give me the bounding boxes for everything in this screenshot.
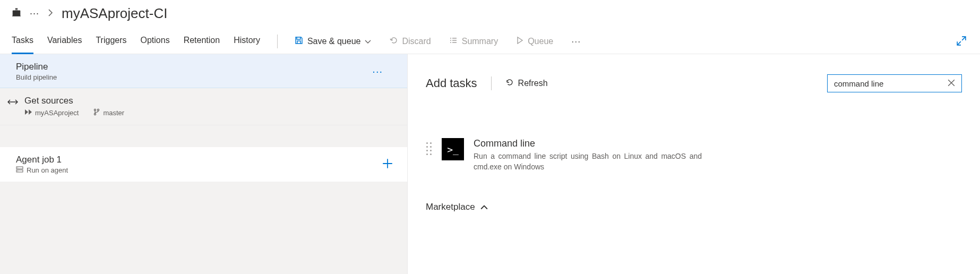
summary-label: Summary	[462, 37, 498, 46]
tab-history[interactable]: History	[234, 36, 260, 54]
sources-icon	[7, 98, 18, 108]
tab-triggers[interactable]: Triggers	[96, 36, 126, 54]
undo-icon	[389, 36, 398, 47]
play-icon	[516, 37, 523, 46]
agent-job-subtitle: Run on agent	[27, 166, 68, 174]
save-queue-label: Save & queue	[307, 37, 361, 46]
svg-point-8	[430, 146, 432, 148]
svg-point-9	[426, 150, 428, 151]
discard-label: Discard	[402, 37, 431, 46]
svg-point-10	[430, 150, 432, 151]
summary-button[interactable]: Summary	[449, 36, 498, 52]
svg-rect-3	[16, 167, 23, 169]
tab-tasks[interactable]: Tasks	[12, 36, 33, 54]
svg-point-1	[98, 109, 99, 110]
branch-name: master	[103, 109, 124, 117]
svg-point-7	[426, 146, 428, 148]
branch-icon	[93, 108, 100, 117]
task-name: Command line	[474, 138, 702, 149]
add-tasks-title: Add tasks	[426, 76, 477, 90]
divider	[277, 35, 278, 48]
get-sources-title: Get sources	[24, 96, 124, 106]
page-title: myASAproject-CI	[62, 5, 167, 22]
chevron-up-icon	[480, 202, 488, 212]
svg-point-5	[426, 142, 428, 144]
breadcrumb: ··· myASAproject-CI	[0, 0, 980, 25]
divider	[491, 76, 492, 90]
more-icon: ···	[571, 36, 581, 47]
repo-chip: myASAproject	[24, 109, 79, 117]
save-queue-button[interactable]: Save & queue	[295, 36, 372, 52]
pipeline-tree: Pipeline Build pipeline ··· Get sources	[0, 54, 408, 274]
add-task-button[interactable]	[382, 158, 393, 171]
pipeline-more-button[interactable]: ···	[372, 65, 397, 78]
breadcrumb-more[interactable]: ···	[30, 8, 39, 19]
get-sources-item[interactable]: Get sources myASAproject mas	[0, 88, 407, 125]
drag-handle-icon[interactable]	[426, 141, 432, 158]
agent-job-title: Agent job 1	[16, 155, 68, 165]
task-description: Run a command line script using Bash on …	[474, 151, 702, 172]
clear-search-button[interactable]	[945, 77, 957, 90]
tab-variables[interactable]: Variables	[47, 36, 82, 54]
toolbar-more[interactable]: ···	[571, 36, 581, 53]
task-search-input[interactable]	[833, 79, 945, 89]
pipeline-title: Pipeline	[16, 62, 57, 72]
svg-point-11	[426, 153, 428, 155]
svg-point-12	[430, 153, 432, 155]
svg-point-2	[94, 113, 96, 115]
svg-point-0	[94, 109, 96, 110]
task-result-command-line[interactable]: >_ Command line Run a command line scrip…	[426, 138, 702, 172]
marketplace-section[interactable]: Marketplace	[426, 202, 962, 212]
pipeline-root-item[interactable]: Pipeline Build pipeline ···	[0, 54, 407, 88]
server-icon	[16, 166, 23, 174]
task-search[interactable]	[827, 74, 962, 92]
branch-chip: master	[93, 108, 124, 117]
repo-icon	[24, 109, 32, 117]
refresh-label: Refresh	[518, 79, 548, 88]
refresh-icon	[505, 78, 514, 89]
queue-button[interactable]: Queue	[516, 37, 553, 52]
repo-name: myASAproject	[35, 109, 79, 117]
tab-retention[interactable]: Retention	[184, 36, 220, 54]
pipeline-subtitle: Build pipeline	[16, 73, 57, 81]
add-tasks-panel: Add tasks Refresh	[408, 54, 980, 274]
chevron-down-icon	[365, 37, 371, 46]
svg-point-6	[430, 142, 432, 144]
chevron-right-icon	[48, 9, 53, 18]
refresh-button[interactable]: Refresh	[505, 78, 548, 89]
marketplace-label: Marketplace	[426, 202, 475, 212]
tab-bar: Tasks Variables Triggers Options Retenti…	[0, 25, 980, 54]
command-line-task-icon: >_	[442, 138, 464, 160]
list-icon	[449, 36, 458, 47]
svg-rect-4	[16, 170, 23, 172]
discard-button[interactable]: Discard	[389, 36, 431, 52]
agent-job-item[interactable]: Agent job 1 Run on agent	[0, 147, 407, 182]
org-icon[interactable]	[12, 8, 21, 19]
save-icon	[295, 36, 303, 47]
fullscreen-button[interactable]	[957, 36, 966, 53]
tab-options[interactable]: Options	[141, 36, 170, 54]
queue-label: Queue	[528, 37, 553, 46]
